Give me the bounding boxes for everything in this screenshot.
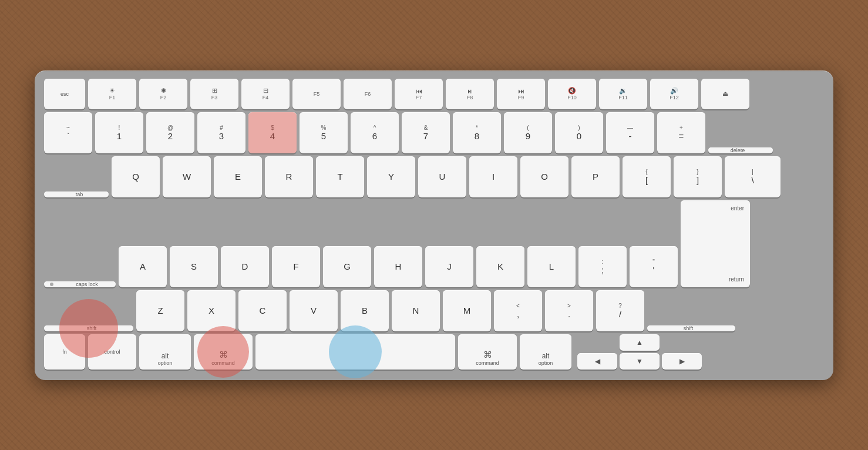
bottom-row: fn control alt option ⌘ command ⌘ comman… — [44, 334, 824, 370]
key-control[interactable]: control — [88, 334, 136, 370]
key-q[interactable]: Q — [112, 156, 160, 197]
key-v[interactable]: V — [290, 290, 338, 331]
key-m[interactable]: M — [443, 290, 491, 331]
key-3[interactable]: # 3 — [197, 112, 245, 153]
key-option-right[interactable]: alt option — [520, 334, 571, 370]
key-f1[interactable]: ☀ F1 — [88, 79, 136, 109]
key-w[interactable]: W — [163, 156, 211, 197]
key-z[interactable]: Z — [136, 290, 184, 331]
space-highlight — [329, 325, 382, 378]
key-9[interactable]: ( 9 — [504, 112, 552, 153]
key-7[interactable]: & 7 — [402, 112, 450, 153]
key-option-left[interactable]: alt option — [139, 334, 191, 370]
key-x[interactable]: X — [187, 290, 235, 331]
caps-lock-indicator — [50, 283, 53, 286]
key-k[interactable]: K — [476, 246, 524, 287]
key-left-bracket[interactable]: { [ — [623, 156, 671, 197]
key-y[interactable]: Y — [367, 156, 415, 197]
key-f4[interactable]: ⊟ F4 — [241, 79, 290, 109]
key-tab[interactable]: tab — [44, 192, 109, 197]
key-j[interactable]: J — [425, 246, 473, 287]
key-5[interactable]: % 5 — [300, 112, 348, 153]
key-comma[interactable]: < , — [494, 290, 542, 331]
key-6[interactable]: ^ 6 — [351, 112, 399, 153]
key-f9[interactable]: ⏭ F9 — [497, 79, 545, 109]
arrow-up-row: ▲ — [577, 334, 702, 351]
key-arrow-left[interactable]: ◀ — [577, 353, 617, 370]
key-c[interactable]: C — [238, 290, 287, 331]
key-b[interactable]: B — [341, 290, 389, 331]
key-fn[interactable]: fn — [44, 334, 85, 370]
key-f3[interactable]: ⊞ F3 — [190, 79, 238, 109]
key-o[interactable]: O — [520, 156, 568, 197]
key-delete[interactable]: delete — [708, 147, 773, 153]
asdf-row: caps lock A S D F G H J K L : ; — [44, 200, 824, 287]
key-d[interactable]: D — [221, 246, 269, 287]
key-f10[interactable]: 🔇 F10 — [548, 79, 596, 109]
key-f11[interactable]: 🔉 F11 — [599, 79, 647, 109]
key-s[interactable]: S — [170, 246, 218, 287]
key-period[interactable]: > . — [545, 290, 593, 331]
key-eject[interactable]: ⏏ — [701, 79, 749, 109]
key-esc[interactable]: esc — [44, 79, 85, 109]
key-space[interactable] — [255, 334, 455, 370]
key-u[interactable]: U — [418, 156, 466, 197]
key-minus[interactable]: — - — [606, 112, 654, 153]
key-r[interactable]: R — [265, 156, 313, 197]
key-4[interactable]: $ 4 — [248, 112, 297, 153]
key-command-left[interactable]: ⌘ command — [194, 334, 253, 370]
key-return[interactable]: enter return — [681, 200, 750, 287]
key-semicolon[interactable]: : ; — [578, 246, 627, 287]
function-row: esc ☀ F1 ✺ F2 ⊞ F3 ⊟ F4 F5 F6 ⏮ F7 ⏯ — [44, 79, 824, 109]
arrow-lr-row: ◀ ▼ ▶ — [577, 353, 702, 370]
key-l[interactable]: L — [527, 246, 576, 287]
key-8[interactable]: * 8 — [453, 112, 501, 153]
key-slash[interactable]: ? / — [596, 290, 644, 331]
key-a[interactable]: A — [119, 246, 167, 287]
key-arrow-right[interactable]: ▶ — [662, 353, 702, 370]
key-f5[interactable]: F5 — [292, 79, 341, 109]
key-arrow-down[interactable]: ▼ — [620, 353, 660, 370]
qwerty-row: tab Q W E R T Y U I O P — [44, 156, 824, 197]
key-n[interactable]: N — [392, 290, 440, 331]
key-f6[interactable]: F6 — [344, 79, 392, 109]
key-equals[interactable]: + = — [657, 112, 705, 153]
keyboard: esc ☀ F1 ✺ F2 ⊞ F3 ⊟ F4 F5 F6 ⏮ F7 ⏯ — [35, 70, 833, 380]
key-f8[interactable]: ⏯ F8 — [446, 79, 494, 109]
key-h[interactable]: H — [374, 246, 422, 287]
key-backtick[interactable]: ~ ` — [44, 112, 92, 153]
key-shift-left[interactable]: shift — [44, 325, 133, 331]
key-i[interactable]: I — [469, 156, 517, 197]
key-f12[interactable]: 🔊 F12 — [650, 79, 698, 109]
key-backslash[interactable]: | \ — [725, 156, 780, 197]
zxcv-row: shift Z X C V B N M < , > . — [44, 290, 824, 331]
key-p[interactable]: P — [571, 156, 620, 197]
key-arrow-up[interactable]: ▲ — [620, 334, 660, 351]
key-command-right[interactable]: ⌘ command — [458, 334, 517, 370]
key-f7[interactable]: ⏮ F7 — [395, 79, 443, 109]
key-0[interactable]: ) 0 — [555, 112, 603, 153]
key-caps-lock[interactable]: caps lock — [44, 281, 116, 287]
number-row: ~ ` ! 1 @ 2 # 3 $ 4 % 5 ^ 6 & 7 — [44, 112, 824, 153]
arrow-keys-container: ▲ ◀ ▼ ▶ — [577, 334, 702, 370]
key-shift-right[interactable]: shift — [647, 325, 735, 331]
key-right-bracket[interactable]: } ] — [674, 156, 722, 197]
key-2[interactable]: @ 2 — [146, 112, 194, 153]
key-g[interactable]: G — [323, 246, 371, 287]
key-f2[interactable]: ✺ F2 — [139, 79, 187, 109]
key-1[interactable]: ! 1 — [95, 112, 143, 153]
key-e[interactable]: E — [214, 156, 262, 197]
key-t[interactable]: T — [316, 156, 364, 197]
key-f[interactable]: F — [272, 246, 320, 287]
key-quote[interactable]: " ' — [630, 246, 678, 287]
